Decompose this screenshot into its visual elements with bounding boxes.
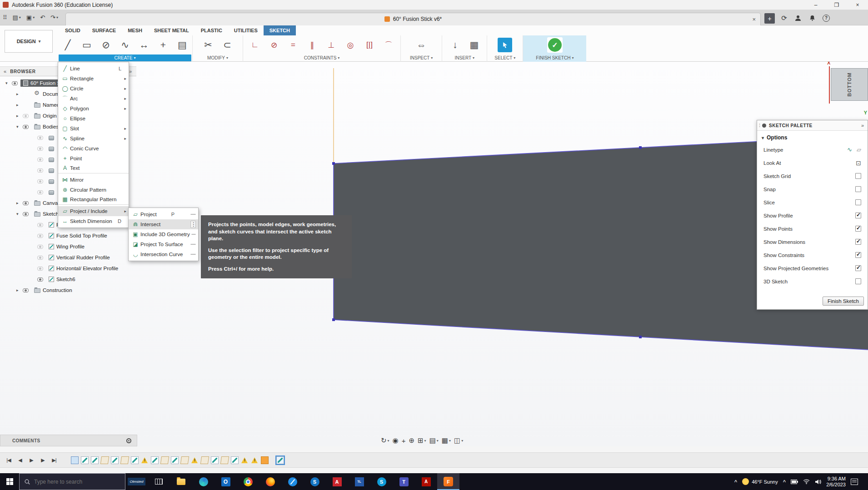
sketch-feature-icon[interactable]	[211, 456, 219, 464]
skype-icon[interactable]: S	[370, 473, 393, 490]
volume-icon[interactable]	[815, 479, 821, 485]
expand-arrow-icon[interactable]	[16, 92, 23, 96]
app-grid-icon[interactable]: ⠿	[0, 10, 10, 25]
notifications-icon[interactable]	[808, 14, 816, 22]
play-icon[interactable]: ▶	[26, 457, 36, 463]
help-icon[interactable]: ?	[823, 15, 830, 22]
go-to-start-icon[interactable]: |◀	[4, 457, 14, 463]
expand-arrow-icon[interactable]	[16, 103, 23, 107]
warning-feature-icon[interactable]	[141, 456, 149, 464]
menu-item[interactable]: ◯ Circle	[58, 84, 129, 94]
ribbon-tab[interactable]: MESH	[122, 25, 148, 35]
zoom-icon[interactable]: ⊕	[409, 436, 414, 445]
visibility-eye-icon[interactable]	[37, 234, 43, 238]
submenu-item[interactable]: ▣ Include 3D Geometry	[129, 229, 198, 239]
plane-feature-icon[interactable]	[180, 456, 189, 464]
visibility-eye-icon[interactable]	[37, 277, 43, 282]
modify-dropdown[interactable]: MODIFY	[199, 54, 236, 61]
look-at-icon[interactable]: ◉	[393, 436, 399, 445]
checkbox[interactable]	[855, 186, 861, 192]
finish-sketch-dropdown[interactable]: FINISH SKETCH	[536, 54, 574, 61]
expand-arrow-icon[interactable]	[16, 114, 23, 118]
file-menu-icon[interactable]: ▤	[10, 10, 24, 25]
visibility-eye-icon[interactable]	[37, 168, 43, 173]
plane-feature-icon[interactable]	[220, 456, 229, 464]
checkbox[interactable]	[855, 278, 861, 284]
canvas-feature-icon[interactable]	[71, 456, 79, 464]
inspect-dropdown[interactable]: INSPECT	[410, 54, 433, 61]
plane-feature-icon[interactable]	[100, 456, 109, 464]
tangent-constraint-icon[interactable]: ⊘	[265, 37, 283, 53]
expand-arrow-icon[interactable]	[5, 81, 12, 85]
menu-item[interactable]: ○ Ellipse	[58, 114, 129, 124]
equal-constraint-icon[interactable]: =	[284, 37, 302, 53]
spline-icon[interactable]: ∿	[116, 37, 134, 53]
menu-item[interactable]: ∿ Spline	[58, 134, 129, 144]
warning-feature-icon[interactable]	[191, 456, 199, 464]
checkbox[interactable]	[855, 199, 861, 205]
visibility-eye-icon[interactable]	[37, 256, 43, 260]
browser-collapse-icon[interactable]: «	[4, 69, 6, 74]
symmetry-constraint-icon[interactable]: [|]	[360, 37, 379, 53]
sketch-feature-icon[interactable]	[171, 456, 179, 464]
checkbox[interactable]	[855, 265, 861, 271]
profile-icon[interactable]	[794, 14, 802, 22]
plane-feature-icon[interactable]	[160, 456, 169, 464]
job-status-icon[interactable]: ⟳	[780, 14, 788, 22]
select-dropdown[interactable]: SELECT	[494, 54, 515, 61]
menu-item[interactable]: + Point	[58, 153, 129, 163]
menu-item[interactable]: ↔ Sketch Dimension D	[58, 216, 129, 226]
menu-item[interactable]: ╱ Line L	[58, 64, 129, 74]
visibility-eye-icon[interactable]	[23, 201, 29, 205]
step-back-icon[interactable]: ◀	[15, 457, 25, 463]
visibility-eye-icon[interactable]	[37, 267, 43, 271]
sketch-feature-icon[interactable]	[231, 456, 239, 464]
weather-widget[interactable]: 46°F Sunny	[742, 478, 778, 485]
snagit-icon[interactable]: S	[304, 473, 326, 490]
firefox-icon[interactable]	[259, 473, 281, 490]
org-icon[interactable]: Olmsted	[125, 473, 148, 490]
fusion-360-icon[interactable]: F	[437, 473, 459, 490]
tray-chevron[interactable]: ^	[783, 479, 786, 485]
viewports-icon[interactable]: ◫	[454, 436, 463, 445]
point-icon[interactable]: +	[154, 37, 172, 53]
document-tab[interactable]: 60° Fusion Stick v6* ×	[65, 13, 761, 25]
checkbox[interactable]	[855, 226, 861, 232]
visibility-eye-icon[interactable]	[37, 245, 43, 249]
battery-icon[interactable]	[791, 480, 798, 484]
display-settings-icon[interactable]: ▤	[429, 436, 439, 445]
menu-item[interactable]: ⌒ Arc	[58, 94, 129, 104]
active-sketch-feature-icon[interactable]	[276, 456, 284, 464]
menu-item[interactable]: A Text	[58, 163, 129, 173]
new-tab-button[interactable]: +	[764, 13, 775, 24]
visibility-eye-icon[interactable]	[37, 136, 43, 140]
warning-feature-icon[interactable]	[241, 456, 249, 464]
file-explorer-icon[interactable]	[170, 473, 192, 490]
browser-icon[interactable]	[281, 473, 304, 490]
trim-icon[interactable]: ✂	[199, 37, 217, 53]
viewcube-face[interactable]: BOTTOM	[831, 68, 868, 101]
teams-icon[interactable]: T	[393, 473, 415, 490]
checkbox[interactable]	[855, 173, 861, 179]
sketch-feature-icon[interactable]	[151, 456, 159, 464]
grid-settings-icon[interactable]: ▦	[442, 436, 451, 445]
wifi-icon[interactable]	[803, 479, 810, 484]
curvature-constraint-icon[interactable]: ⌒	[379, 37, 398, 53]
expand-arrow-icon[interactable]	[16, 124, 23, 129]
horizontal-vertical-constraint-icon[interactable]: ∟	[246, 37, 264, 53]
select-icon[interactable]	[498, 38, 512, 52]
palette-grip-icon[interactable]: ⁞	[759, 123, 760, 128]
measure-icon[interactable]: ⇔	[412, 37, 430, 53]
item-options-icon[interactable]	[191, 234, 196, 235]
line-icon[interactable]: ╱	[59, 37, 77, 53]
comments-bar[interactable]: COMMENTS	[0, 435, 137, 446]
palette-row-controls[interactable]	[856, 159, 861, 167]
sketch-feature-icon[interactable]	[111, 456, 119, 464]
search-input[interactable]	[34, 479, 111, 485]
submenu-item[interactable]: ▱ Project P	[129, 209, 198, 219]
menu-item[interactable]: ◠ Conic Curve	[58, 144, 129, 153]
edge-icon[interactable]	[192, 473, 215, 490]
visibility-eye-icon[interactable]	[37, 158, 43, 162]
go-to-end-icon[interactable]: ▶|	[49, 457, 59, 463]
sketch-palette-header[interactable]: ⁞ SKETCH PALETTE »	[757, 120, 868, 131]
